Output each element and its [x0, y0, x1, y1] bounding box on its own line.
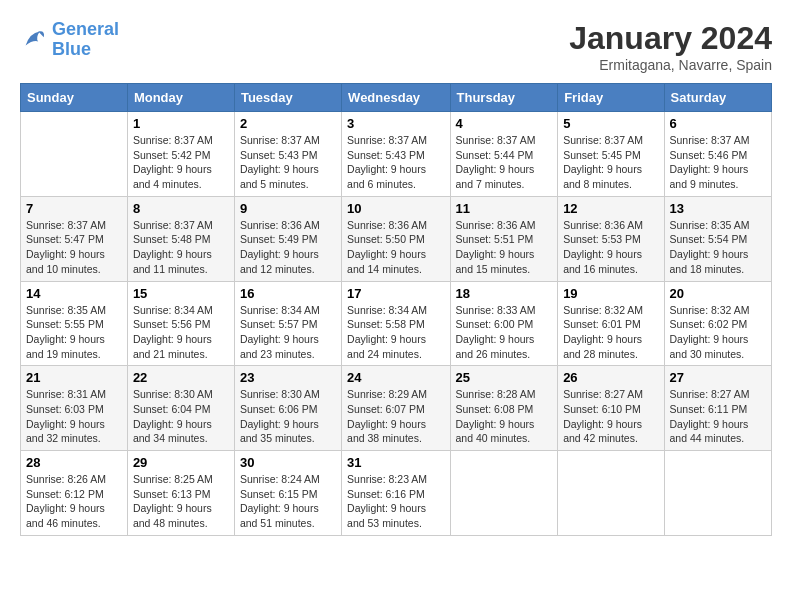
week-row-5: 28Sunrise: 8:26 AMSunset: 6:12 PMDayligh… [21, 451, 772, 536]
day-info: Sunrise: 8:37 AMSunset: 5:46 PMDaylight:… [670, 133, 766, 192]
calendar-cell: 10Sunrise: 8:36 AMSunset: 5:50 PMDayligh… [342, 196, 450, 281]
calendar-cell: 16Sunrise: 8:34 AMSunset: 5:57 PMDayligh… [234, 281, 341, 366]
day-info: Sunrise: 8:24 AMSunset: 6:15 PMDaylight:… [240, 472, 336, 531]
calendar-cell: 1Sunrise: 8:37 AMSunset: 5:42 PMDaylight… [127, 112, 234, 197]
calendar-body: 1Sunrise: 8:37 AMSunset: 5:42 PMDaylight… [21, 112, 772, 536]
day-number: 16 [240, 286, 336, 301]
day-number: 11 [456, 201, 553, 216]
day-number: 29 [133, 455, 229, 470]
calendar-cell: 5Sunrise: 8:37 AMSunset: 5:45 PMDaylight… [558, 112, 664, 197]
logo-blue: Blue [52, 39, 91, 59]
day-info: Sunrise: 8:37 AMSunset: 5:43 PMDaylight:… [347, 133, 444, 192]
column-header-tuesday: Tuesday [234, 84, 341, 112]
column-header-wednesday: Wednesday [342, 84, 450, 112]
day-info: Sunrise: 8:36 AMSunset: 5:50 PMDaylight:… [347, 218, 444, 277]
day-info: Sunrise: 8:35 AMSunset: 5:55 PMDaylight:… [26, 303, 122, 362]
calendar-cell: 19Sunrise: 8:32 AMSunset: 6:01 PMDayligh… [558, 281, 664, 366]
day-number: 28 [26, 455, 122, 470]
day-info: Sunrise: 8:28 AMSunset: 6:08 PMDaylight:… [456, 387, 553, 446]
day-number: 7 [26, 201, 122, 216]
calendar-cell: 26Sunrise: 8:27 AMSunset: 6:10 PMDayligh… [558, 366, 664, 451]
day-number: 17 [347, 286, 444, 301]
calendar-cell [558, 451, 664, 536]
calendar-cell [450, 451, 558, 536]
day-number: 21 [26, 370, 122, 385]
week-row-4: 21Sunrise: 8:31 AMSunset: 6:03 PMDayligh… [21, 366, 772, 451]
calendar-cell: 9Sunrise: 8:36 AMSunset: 5:49 PMDaylight… [234, 196, 341, 281]
calendar-cell: 31Sunrise: 8:23 AMSunset: 6:16 PMDayligh… [342, 451, 450, 536]
calendar-cell: 28Sunrise: 8:26 AMSunset: 6:12 PMDayligh… [21, 451, 128, 536]
calendar-cell: 24Sunrise: 8:29 AMSunset: 6:07 PMDayligh… [342, 366, 450, 451]
day-number: 3 [347, 116, 444, 131]
column-header-saturday: Saturday [664, 84, 771, 112]
calendar-header-row: SundayMondayTuesdayWednesdayThursdayFrid… [21, 84, 772, 112]
day-number: 8 [133, 201, 229, 216]
day-info: Sunrise: 8:26 AMSunset: 6:12 PMDaylight:… [26, 472, 122, 531]
calendar-table: SundayMondayTuesdayWednesdayThursdayFrid… [20, 83, 772, 536]
calendar-cell [664, 451, 771, 536]
day-info: Sunrise: 8:23 AMSunset: 6:16 PMDaylight:… [347, 472, 444, 531]
location-subtitle: Ermitagana, Navarre, Spain [569, 57, 772, 73]
day-number: 24 [347, 370, 444, 385]
day-number: 31 [347, 455, 444, 470]
calendar-cell: 18Sunrise: 8:33 AMSunset: 6:00 PMDayligh… [450, 281, 558, 366]
day-number: 18 [456, 286, 553, 301]
calendar-cell: 14Sunrise: 8:35 AMSunset: 5:55 PMDayligh… [21, 281, 128, 366]
calendar-cell: 21Sunrise: 8:31 AMSunset: 6:03 PMDayligh… [21, 366, 128, 451]
day-info: Sunrise: 8:34 AMSunset: 5:57 PMDaylight:… [240, 303, 336, 362]
day-info: Sunrise: 8:33 AMSunset: 6:00 PMDaylight:… [456, 303, 553, 362]
calendar-cell: 2Sunrise: 8:37 AMSunset: 5:43 PMDaylight… [234, 112, 341, 197]
day-info: Sunrise: 8:27 AMSunset: 6:10 PMDaylight:… [563, 387, 658, 446]
calendar-cell: 15Sunrise: 8:34 AMSunset: 5:56 PMDayligh… [127, 281, 234, 366]
calendar-cell: 23Sunrise: 8:30 AMSunset: 6:06 PMDayligh… [234, 366, 341, 451]
calendar-cell: 22Sunrise: 8:30 AMSunset: 6:04 PMDayligh… [127, 366, 234, 451]
logo-general: General [52, 19, 119, 39]
day-number: 12 [563, 201, 658, 216]
day-number: 19 [563, 286, 658, 301]
day-number: 27 [670, 370, 766, 385]
day-number: 5 [563, 116, 658, 131]
day-info: Sunrise: 8:34 AMSunset: 5:56 PMDaylight:… [133, 303, 229, 362]
calendar-cell: 25Sunrise: 8:28 AMSunset: 6:08 PMDayligh… [450, 366, 558, 451]
calendar-cell: 4Sunrise: 8:37 AMSunset: 5:44 PMDaylight… [450, 112, 558, 197]
day-info: Sunrise: 8:35 AMSunset: 5:54 PMDaylight:… [670, 218, 766, 277]
column-header-friday: Friday [558, 84, 664, 112]
calendar-cell: 29Sunrise: 8:25 AMSunset: 6:13 PMDayligh… [127, 451, 234, 536]
calendar-cell: 6Sunrise: 8:37 AMSunset: 5:46 PMDaylight… [664, 112, 771, 197]
day-info: Sunrise: 8:37 AMSunset: 5:45 PMDaylight:… [563, 133, 658, 192]
day-info: Sunrise: 8:30 AMSunset: 6:04 PMDaylight:… [133, 387, 229, 446]
day-info: Sunrise: 8:30 AMSunset: 6:06 PMDaylight:… [240, 387, 336, 446]
calendar-cell: 17Sunrise: 8:34 AMSunset: 5:58 PMDayligh… [342, 281, 450, 366]
day-number: 20 [670, 286, 766, 301]
day-info: Sunrise: 8:31 AMSunset: 6:03 PMDaylight:… [26, 387, 122, 446]
calendar-cell: 12Sunrise: 8:36 AMSunset: 5:53 PMDayligh… [558, 196, 664, 281]
day-info: Sunrise: 8:36 AMSunset: 5:51 PMDaylight:… [456, 218, 553, 277]
day-number: 1 [133, 116, 229, 131]
day-number: 26 [563, 370, 658, 385]
day-number: 9 [240, 201, 336, 216]
week-row-2: 7Sunrise: 8:37 AMSunset: 5:47 PMDaylight… [21, 196, 772, 281]
day-number: 30 [240, 455, 336, 470]
title-block: January 2024 Ermitagana, Navarre, Spain [569, 20, 772, 73]
calendar-cell [21, 112, 128, 197]
calendar-cell: 20Sunrise: 8:32 AMSunset: 6:02 PMDayligh… [664, 281, 771, 366]
day-number: 15 [133, 286, 229, 301]
logo-bird-icon [20, 26, 48, 54]
day-number: 6 [670, 116, 766, 131]
day-info: Sunrise: 8:37 AMSunset: 5:42 PMDaylight:… [133, 133, 229, 192]
logo-text: General Blue [52, 20, 119, 60]
day-number: 14 [26, 286, 122, 301]
month-title: January 2024 [569, 20, 772, 57]
day-info: Sunrise: 8:34 AMSunset: 5:58 PMDaylight:… [347, 303, 444, 362]
day-info: Sunrise: 8:37 AMSunset: 5:48 PMDaylight:… [133, 218, 229, 277]
day-info: Sunrise: 8:29 AMSunset: 6:07 PMDaylight:… [347, 387, 444, 446]
day-info: Sunrise: 8:36 AMSunset: 5:53 PMDaylight:… [563, 218, 658, 277]
week-row-1: 1Sunrise: 8:37 AMSunset: 5:42 PMDaylight… [21, 112, 772, 197]
day-number: 23 [240, 370, 336, 385]
day-info: Sunrise: 8:37 AMSunset: 5:47 PMDaylight:… [26, 218, 122, 277]
day-info: Sunrise: 8:32 AMSunset: 6:02 PMDaylight:… [670, 303, 766, 362]
day-number: 4 [456, 116, 553, 131]
column-header-thursday: Thursday [450, 84, 558, 112]
day-number: 22 [133, 370, 229, 385]
day-number: 10 [347, 201, 444, 216]
